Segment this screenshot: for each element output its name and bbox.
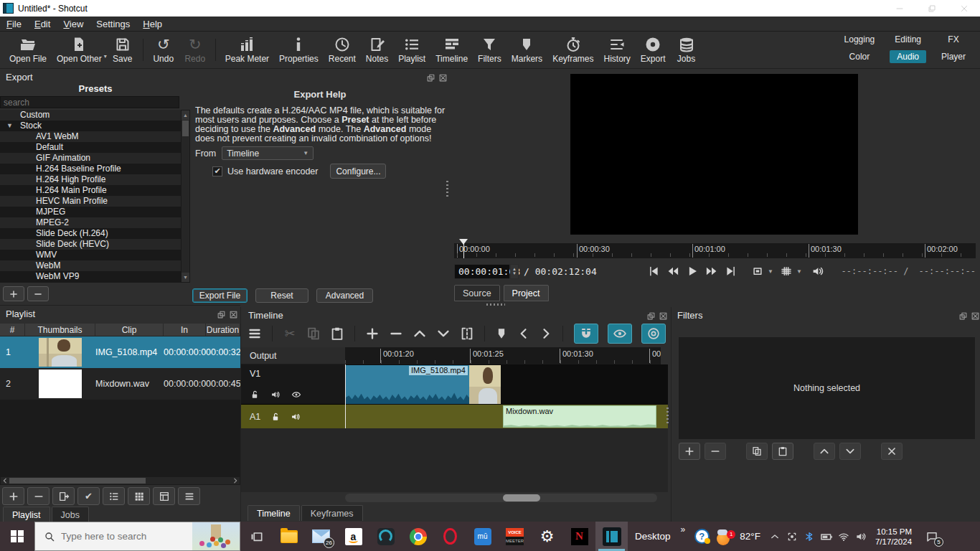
audio-app-button[interactable] [369, 522, 402, 551]
preset-item[interactable]: ▼ MJPEG [0, 207, 181, 217]
preset-item[interactable]: ▼ Custom [0, 110, 181, 121]
scroll-up-icon[interactable]: ▲ [182, 110, 189, 120]
track-mute-icon[interactable] [270, 390, 281, 400]
snap-toggle-button[interactable] [574, 324, 598, 344]
toolbar-button[interactable]: Properties ▾ [274, 34, 324, 65]
menu-item[interactable]: Help [136, 17, 169, 31]
amazon-button[interactable]: a [337, 522, 369, 551]
split-button[interactable] [459, 326, 475, 342]
remove-filter-button[interactable] [705, 443, 726, 460]
temperature-readout[interactable]: 82°F [737, 531, 766, 542]
output-track-header[interactable]: Output [241, 347, 345, 364]
toolbar-button[interactable]: Markers ▾ [507, 34, 547, 65]
view-details-button[interactable] [153, 487, 175, 505]
help-tray-button[interactable]: ? [689, 522, 714, 551]
preset-item[interactable]: ▼ WebM VP9 [0, 271, 181, 282]
audio-track-header[interactable]: A1 [241, 405, 345, 428]
track-mute-icon[interactable] [291, 412, 301, 422]
deselect-filter-button[interactable] [881, 443, 903, 460]
column-header[interactable]: Thumbnails [25, 324, 95, 336]
column-header[interactable]: In [164, 324, 206, 336]
ripple-toggle-button[interactable] [641, 324, 666, 344]
move-filter-up-button[interactable] [814, 443, 835, 460]
show-hidden-icons-button[interactable] [766, 522, 783, 551]
dock-tab[interactable]: Timeline [248, 505, 300, 521]
zoom-fit-caret-icon[interactable]: ▼ [768, 268, 773, 275]
track-lock-icon[interactable] [250, 390, 260, 400]
layout-button[interactable]: Editing [887, 33, 928, 46]
preset-item[interactable]: ▼ H.264 Baseline Profile [0, 164, 181, 174]
configure-button[interactable]: Configure... [330, 164, 386, 179]
toolbar-button[interactable]: Filters ▾ [473, 34, 507, 65]
toolbar-button[interactable]: Export ▾ [636, 34, 671, 65]
scroll-left-icon[interactable] [1, 477, 9, 484]
close-button[interactable] [948, 0, 980, 17]
volume-button[interactable] [811, 265, 824, 278]
menu-item[interactable]: File [0, 17, 28, 31]
preset-item[interactable]: ▼ HEVC Main Profile [0, 196, 181, 207]
timeline-close-button[interactable] [659, 311, 668, 321]
timeline-menu-button[interactable] [247, 326, 263, 342]
desktop-toolbar[interactable]: Desktop [628, 522, 678, 551]
playlist-row[interactable]: 1 IMG_5108.mp4 00:00:00:00 00:00:32:0 [0, 336, 240, 368]
timeline-float-button[interactable] [646, 311, 656, 321]
from-select[interactable]: Timeline ▼ [222, 146, 314, 160]
scrub-toggle-button[interactable] [608, 324, 632, 344]
view-list-button[interactable] [103, 487, 125, 505]
remove-preset-button[interactable] [27, 286, 49, 301]
voicemeeter-button[interactable]: VOICEMEETER [499, 522, 531, 551]
skip-to-end-button[interactable] [725, 265, 738, 278]
dock-tab[interactable]: Playlist [3, 507, 50, 522]
playlist-row[interactable]: 2 Mixdown.wav 00:00:00:00 00:00:45:2 [0, 368, 240, 400]
previous-marker-button[interactable] [517, 326, 531, 341]
create-marker-button[interactable] [494, 326, 509, 341]
playlist-add-button[interactable] [2, 487, 24, 505]
layout-button[interactable]: Color [842, 50, 877, 63]
player-tab[interactable]: Project [504, 285, 549, 301]
toolbar-button[interactable]: Open Other ▾ [52, 34, 107, 65]
mail-button[interactable]: 26 [305, 522, 337, 551]
toolbar-button[interactable]: ↺ Undo ▾ [148, 34, 179, 65]
restore-button[interactable] [915, 0, 948, 17]
preset-item[interactable]: ▼ WebM [0, 260, 181, 271]
wifi-tray-button[interactable] [835, 522, 852, 551]
lift-button[interactable] [412, 326, 428, 342]
toolbar-button[interactable]: Notes ▾ [361, 34, 393, 65]
preset-item[interactable]: ▼ Stock [0, 121, 181, 131]
preset-item[interactable]: ▼ AV1 WebM [0, 131, 181, 142]
hardware-encoder-checkbox[interactable]: ✔ [212, 166, 222, 176]
settings-button[interactable]: ⚙ [531, 522, 563, 551]
player-tab[interactable]: Source [454, 285, 500, 301]
toolbar-button[interactable]: Peak Meter ▾ [220, 34, 274, 65]
video-clip[interactable]: IMG_5108.mp4 [346, 365, 501, 404]
add-preset-button[interactable] [3, 286, 24, 301]
playlist-menu-button[interactable] [178, 487, 200, 505]
export-float-button[interactable] [426, 73, 435, 83]
filters-close-button[interactable] [971, 311, 980, 321]
rewind-button[interactable] [666, 265, 679, 278]
preset-item[interactable]: ▼ H.264 Main Profile [0, 185, 181, 196]
scrollbar-thumb[interactable] [182, 121, 189, 136]
menu-item[interactable]: View [57, 17, 90, 31]
preset-search-input[interactable] [0, 96, 179, 108]
grid-caret-icon[interactable]: ▼ [796, 268, 802, 275]
export-close-button[interactable] [438, 73, 448, 83]
layout-button[interactable]: Audio [890, 50, 926, 63]
toolbar-button[interactable]: Keyframes ▾ [547, 34, 598, 65]
playlist-remove-button[interactable] [27, 487, 50, 505]
toolbar-button[interactable]: Save ▾ [107, 34, 138, 65]
column-header[interactable]: Duration [206, 324, 240, 336]
scroll-right-icon[interactable] [231, 477, 240, 484]
expander-arrow-icon[interactable]: ▼ [6, 121, 13, 131]
player-time-ruler[interactable]: 00:00:00 00:00:30 00:01:00 00:01:30 00:0… [454, 243, 976, 258]
toolbar-button[interactable]: Jobs ▾ [671, 34, 702, 65]
position-spinbox[interactable]: 00:00:01:08 [454, 264, 510, 279]
scrollbar-thumb[interactable] [9, 478, 146, 484]
toolbar-button[interactable]: Recent ▾ [324, 34, 361, 65]
splitter-handle[interactable] [666, 408, 669, 423]
preset-item[interactable]: ▼ WMV [0, 250, 181, 260]
copy-filters-button[interactable] [746, 443, 768, 460]
battery-tray-button[interactable] [818, 522, 835, 551]
ripple-delete-button[interactable] [388, 326, 404, 342]
preset-item[interactable]: ▼ Slide Deck (HEVC) [0, 239, 181, 250]
